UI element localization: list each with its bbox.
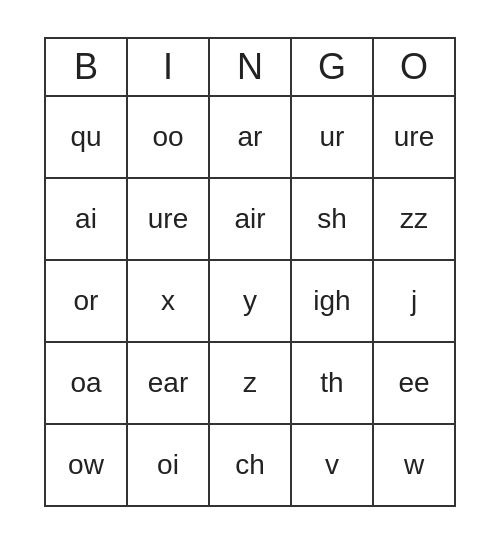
cell-r3c4: ee	[373, 342, 455, 424]
header-row: B I N G O	[45, 38, 455, 96]
cell-r3c2: z	[209, 342, 291, 424]
bingo-card: B I N G O quooarurureaiureairshzzorxyigh…	[44, 37, 456, 507]
cell-r4c4: w	[373, 424, 455, 506]
cell-r1c4: zz	[373, 178, 455, 260]
cell-r4c2: ch	[209, 424, 291, 506]
cell-r0c1: oo	[127, 96, 209, 178]
table-row: orxyighj	[45, 260, 455, 342]
cell-r3c3: th	[291, 342, 373, 424]
cell-r1c0: ai	[45, 178, 127, 260]
cell-r0c2: ar	[209, 96, 291, 178]
cell-r1c3: sh	[291, 178, 373, 260]
cell-r2c0: or	[45, 260, 127, 342]
cell-r4c3: v	[291, 424, 373, 506]
cell-r2c4: j	[373, 260, 455, 342]
table-row: oaearzthee	[45, 342, 455, 424]
header-i: I	[127, 38, 209, 96]
header-g: G	[291, 38, 373, 96]
cell-r0c3: ur	[291, 96, 373, 178]
bingo-table: B I N G O quooarurureaiureairshzzorxyigh…	[44, 37, 456, 507]
header-o: O	[373, 38, 455, 96]
cell-r2c3: igh	[291, 260, 373, 342]
cell-r4c1: oi	[127, 424, 209, 506]
cell-r1c1: ure	[127, 178, 209, 260]
cell-r3c0: oa	[45, 342, 127, 424]
header-n: N	[209, 38, 291, 96]
table-row: quooarurure	[45, 96, 455, 178]
cell-r3c1: ear	[127, 342, 209, 424]
cell-r2c2: y	[209, 260, 291, 342]
table-row: aiureairshzz	[45, 178, 455, 260]
cell-r2c1: x	[127, 260, 209, 342]
cell-r1c2: air	[209, 178, 291, 260]
cell-r4c0: ow	[45, 424, 127, 506]
table-row: owoichvw	[45, 424, 455, 506]
cell-r0c0: qu	[45, 96, 127, 178]
header-b: B	[45, 38, 127, 96]
cell-r0c4: ure	[373, 96, 455, 178]
